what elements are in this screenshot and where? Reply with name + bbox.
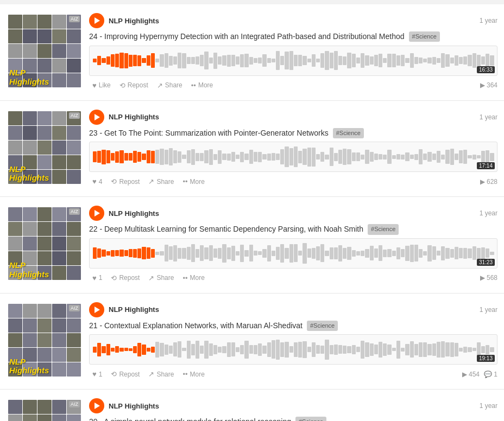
heart-icon: ♥ bbox=[92, 177, 97, 186]
thumbnail-badge: AIZ bbox=[69, 112, 80, 119]
post-card: NLPHighlights AIZ NLP Highlights 1 year … bbox=[0, 294, 504, 390]
share-icon: ↗ bbox=[148, 370, 154, 378]
post-meta: NLP Highlights bbox=[89, 206, 159, 221]
play-count: ▶ 364 bbox=[480, 81, 497, 89]
post-content: NLP Highlights 1 year 21 - Contextual Ex… bbox=[89, 302, 497, 381]
post-time: 1 year bbox=[480, 17, 497, 24]
tag-badge[interactable]: #Science bbox=[368, 224, 399, 234]
waveform-container[interactable]: 31:23 bbox=[89, 238, 497, 269]
tag-badge[interactable]: #Science bbox=[295, 417, 326, 421]
post-content: NLP Highlights 1 year 20 - A simple neur… bbox=[89, 398, 497, 421]
repost-button[interactable]: ⟲ Repost bbox=[116, 79, 152, 92]
more-button[interactable]: •• More bbox=[188, 79, 216, 92]
play-count: ▶ 454 bbox=[462, 371, 480, 378]
post-title: 20 - A simple neural network module for … bbox=[89, 417, 497, 421]
post-stats: ▶ 568 bbox=[480, 274, 497, 282]
post-meta: NLP Highlights bbox=[89, 302, 159, 317]
post-title: 21 - Contextual Explanation Networks, wi… bbox=[89, 321, 497, 331]
waveform-container[interactable]: 19:13 bbox=[89, 334, 497, 365]
share-button[interactable]: ↗ Share bbox=[145, 368, 177, 380]
post-card: NLPHighlights AIZ NLP Highlights 1 year … bbox=[0, 390, 504, 421]
duration-badge: 31:23 bbox=[477, 259, 495, 266]
post-meta: NLP Highlights bbox=[89, 398, 159, 413]
share-button[interactable]: ↗ Share bbox=[145, 175, 177, 188]
repost-icon: ⟲ bbox=[111, 370, 117, 378]
post-thumbnail: NLPHighlights AIZ bbox=[7, 110, 83, 186]
share-icon: ↗ bbox=[148, 274, 154, 282]
post-header: NLP Highlights 1 year bbox=[89, 206, 497, 221]
post-actions: ♥ 1 ⟲ Repost ↗ Share •• More ▶ 568 bbox=[89, 272, 497, 284]
post-thumbnail: NLPHighlights AIZ bbox=[7, 302, 83, 378]
play-count: ▶ 628 bbox=[480, 178, 497, 186]
post-title: 22 - Deep Multitask Learning for Semanti… bbox=[89, 224, 497, 235]
post-time: 1 year bbox=[480, 113, 497, 121]
post-stats: ▶ 628 bbox=[480, 178, 497, 186]
feed-container: NLPHighlights AIZ NLP Highlights 1 year … bbox=[0, 0, 504, 421]
post-meta: NLP Highlights bbox=[89, 13, 159, 28]
tag-badge[interactable]: #Science bbox=[307, 321, 338, 331]
play-button[interactable] bbox=[89, 13, 104, 28]
waveform bbox=[93, 48, 494, 73]
like-button[interactable]: ♥ Like bbox=[89, 79, 114, 92]
more-button[interactable]: •• More bbox=[179, 368, 207, 380]
thumbnail-badge: AIZ bbox=[69, 401, 80, 407]
waveform bbox=[93, 144, 494, 169]
like-button[interactable]: ♥ 1 bbox=[89, 272, 105, 284]
play-button[interactable] bbox=[89, 302, 104, 317]
post-time: 1 year bbox=[480, 209, 497, 217]
post-card: NLPHighlights AIZ NLP Highlights 1 year … bbox=[0, 197, 504, 294]
post-content: NLP Highlights 1 year 24 - Improving Hyp… bbox=[89, 13, 497, 92]
post-card: NLPHighlights AIZ NLP Highlights 1 year … bbox=[0, 4, 504, 101]
play-button[interactable] bbox=[89, 110, 104, 125]
waveform-container[interactable]: 17:14 bbox=[89, 142, 497, 172]
post-meta: NLP Highlights bbox=[89, 110, 159, 125]
comment-count: 💬 1 bbox=[484, 371, 497, 378]
waveform-container[interactable]: 16:33 bbox=[89, 46, 497, 76]
post-time: 1 year bbox=[480, 402, 497, 410]
repost-button[interactable]: ⟲ Repost bbox=[108, 368, 143, 380]
author-name[interactable]: NLP Highlights bbox=[109, 113, 159, 121]
repost-icon: ⟲ bbox=[119, 81, 125, 90]
more-button[interactable]: •• More bbox=[179, 175, 207, 188]
author-name[interactable]: NLP Highlights bbox=[109, 17, 159, 25]
thumbnail-badge: AIZ bbox=[69, 305, 80, 311]
post-header: NLP Highlights 1 year bbox=[89, 398, 497, 413]
play-button[interactable] bbox=[89, 398, 104, 413]
play-count: ▶ 568 bbox=[480, 274, 497, 282]
tag-badge[interactable]: #Science bbox=[409, 31, 440, 42]
share-button[interactable]: ↗ Share bbox=[154, 79, 186, 92]
repost-button[interactable]: ⟲ Repost bbox=[108, 175, 143, 188]
waveform bbox=[93, 241, 494, 266]
more-button[interactable]: •• More bbox=[179, 272, 207, 284]
author-name[interactable]: NLP Highlights bbox=[109, 402, 159, 410]
thumbnail-text: NLPHighlights bbox=[9, 261, 49, 279]
tag-badge[interactable]: #Science bbox=[333, 128, 364, 138]
post-actions: ♥ 1 ⟲ Repost ↗ Share •• More ▶ 454💬 1 bbox=[89, 368, 497, 380]
play-button[interactable] bbox=[89, 206, 104, 221]
more-icon: •• bbox=[182, 177, 187, 186]
repost-button[interactable]: ⟲ Repost bbox=[108, 272, 143, 284]
post-thumbnail: NLPHighlights AIZ bbox=[7, 206, 83, 282]
post-stats: ▶ 454💬 1 bbox=[462, 371, 497, 378]
heart-icon: ♥ bbox=[92, 81, 97, 90]
post-actions: ♥ Like ⟲ Repost ↗ Share •• More ▶ 364 bbox=[89, 79, 497, 92]
thumbnail-text: NLPHighlights bbox=[9, 68, 49, 86]
duration-badge: 17:14 bbox=[477, 162, 495, 169]
share-icon: ↗ bbox=[157, 81, 163, 90]
post-header: NLP Highlights 1 year bbox=[89, 110, 497, 125]
thumbnail-badge: AIZ bbox=[69, 208, 80, 215]
author-name[interactable]: NLP Highlights bbox=[109, 209, 159, 218]
post-header: NLP Highlights 1 year bbox=[89, 302, 497, 317]
post-header: NLP Highlights 1 year bbox=[89, 13, 497, 28]
thumbnail-text: NLPHighlights bbox=[9, 165, 49, 183]
post-title: 24 - Improving Hypernymy Detection with … bbox=[89, 31, 497, 42]
post-thumbnail: NLPHighlights AIZ bbox=[7, 398, 83, 421]
author-name[interactable]: NLP Highlights bbox=[109, 305, 159, 314]
duration-badge: 16:33 bbox=[477, 66, 495, 73]
share-button[interactable]: ↗ Share bbox=[145, 272, 177, 284]
like-button[interactable]: ♥ 1 bbox=[89, 368, 105, 380]
post-content: NLP Highlights 1 year 23 - Get To The Po… bbox=[89, 110, 497, 188]
thumbnail-text: NLPHighlights bbox=[9, 358, 49, 375]
thumbnail-badge: AIZ bbox=[69, 16, 80, 22]
like-button[interactable]: ♥ 4 bbox=[89, 175, 105, 188]
